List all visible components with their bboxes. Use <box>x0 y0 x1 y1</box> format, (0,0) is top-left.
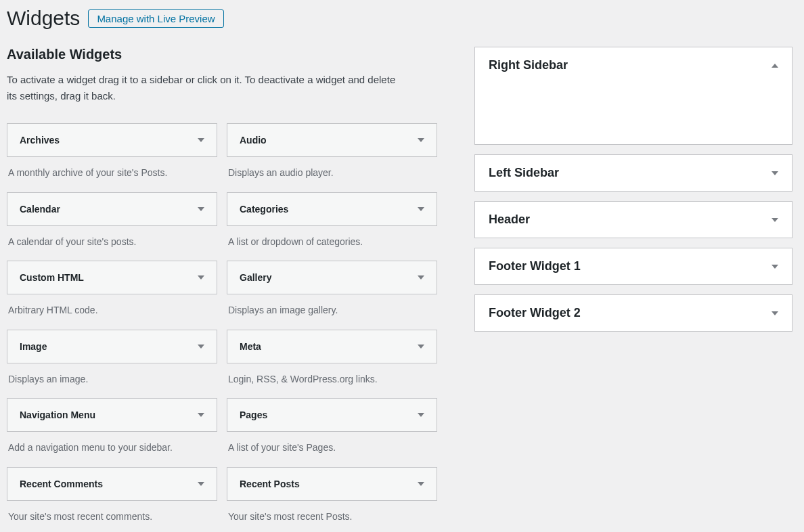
chevron-down-icon <box>418 413 424 417</box>
widget-header[interactable]: Gallery <box>227 261 437 294</box>
widget-title: Audio <box>240 135 267 146</box>
widget-header[interactable]: Archives <box>7 123 217 157</box>
sidebar-area: Footer Widget 1 <box>474 248 792 285</box>
widget-header[interactable]: Calendar <box>7 192 217 226</box>
widget-title: Categories <box>240 204 288 215</box>
widget-description: Displays an image. <box>7 363 217 399</box>
widget-description: Displays an audio player. <box>227 157 437 192</box>
widget-header[interactable]: Custom HTML <box>7 261 217 294</box>
sidebar-dropzone[interactable] <box>475 83 792 144</box>
manage-live-preview-button[interactable]: Manage with Live Preview <box>88 9 223 28</box>
sidebar-area: Right Sidebar <box>474 47 792 145</box>
chevron-down-icon <box>198 275 204 280</box>
available-widgets-heading: Available Widgets <box>7 47 437 62</box>
widget-description: A monthly archive of your site's Posts. <box>7 157 217 192</box>
sidebar-area: Header <box>474 201 792 238</box>
sidebar-title: Left Sidebar <box>489 166 559 180</box>
widget-header[interactable]: Pages <box>227 398 437 432</box>
sidebar-area: Left Sidebar <box>474 154 792 192</box>
chevron-down-icon <box>198 413 204 417</box>
widget-header[interactable]: Image <box>7 330 217 363</box>
chevron-down-icon <box>418 482 424 486</box>
chevron-down-icon <box>772 171 778 175</box>
available-widgets-help: To activate a widget drag it to a sideba… <box>7 72 399 104</box>
sidebar-header[interactable]: Footer Widget 2 <box>475 295 792 331</box>
widget-title: Image <box>20 341 47 352</box>
page-title: Widgets <box>7 7 80 30</box>
widget-item: GalleryDisplays an image gallery. <box>227 261 437 330</box>
widget-description: Displays an image gallery. <box>227 294 437 330</box>
widget-title: Pages <box>240 409 267 420</box>
chevron-down-icon <box>418 207 424 211</box>
sidebar-header[interactable]: Footer Widget 1 <box>475 248 792 284</box>
widget-description: Login, RSS, & WordPress.org links. <box>227 363 437 399</box>
widget-item: AudioDisplays an audio player. <box>227 123 437 192</box>
widget-description: Your site's most recent Posts. <box>227 501 437 532</box>
widget-description: Arbitrary HTML code. <box>7 294 217 330</box>
widget-title: Gallery <box>240 272 271 283</box>
widget-item: ArchivesA monthly archive of your site's… <box>7 123 217 192</box>
widget-item: CategoriesA list or dropdown of categori… <box>227 192 437 261</box>
widget-title: Meta <box>240 341 261 352</box>
widget-title: Recent Posts <box>240 479 300 489</box>
widget-header[interactable]: Categories <box>227 192 437 226</box>
chevron-down-icon <box>772 218 778 222</box>
widget-item: Recent PostsYour site's most recent Post… <box>227 467 437 532</box>
sidebar-title: Right Sidebar <box>489 58 568 72</box>
chevron-up-icon <box>772 64 778 68</box>
sidebar-area: Footer Widget 2 <box>474 294 792 332</box>
widget-header[interactable]: Recent Posts <box>227 467 437 501</box>
chevron-down-icon <box>772 265 778 269</box>
chevron-down-icon <box>198 345 204 349</box>
widget-item: Recent CommentsYour site's most recent c… <box>7 467 217 532</box>
widget-title: Navigation Menu <box>20 409 95 420</box>
widget-header[interactable]: Navigation Menu <box>7 398 217 432</box>
sidebar-header[interactable]: Header <box>475 202 792 238</box>
sidebar-header[interactable]: Left Sidebar <box>475 155 792 191</box>
chevron-down-icon <box>418 275 424 280</box>
widget-description: A calendar of your site's posts. <box>7 226 217 261</box>
widget-title: Archives <box>20 135 60 146</box>
widget-header[interactable]: Audio <box>227 123 437 157</box>
widget-description: Your site's most recent comments. <box>7 501 217 532</box>
sidebar-header[interactable]: Right Sidebar <box>475 47 792 83</box>
widget-header[interactable]: Recent Comments <box>7 467 217 501</box>
sidebar-title: Footer Widget 2 <box>489 306 581 320</box>
widget-description: A list of your site's Pages. <box>227 432 437 467</box>
widget-item: PagesA list of your site's Pages. <box>227 398 437 467</box>
chevron-down-icon <box>418 345 424 349</box>
chevron-down-icon <box>198 138 204 142</box>
widget-item: ImageDisplays an image. <box>7 330 217 399</box>
chevron-down-icon <box>772 311 778 315</box>
widget-item: CalendarA calendar of your site's posts. <box>7 192 217 261</box>
widget-item: Custom HTMLArbitrary HTML code. <box>7 261 217 330</box>
widget-title: Recent Comments <box>20 479 103 489</box>
chevron-down-icon <box>198 207 204 211</box>
chevron-down-icon <box>198 482 204 486</box>
sidebar-title: Header <box>489 213 530 227</box>
widget-item: MetaLogin, RSS, & WordPress.org links. <box>227 330 437 399</box>
widget-description: Add a navigation menu to your sidebar. <box>7 432 217 467</box>
chevron-down-icon <box>418 138 424 142</box>
widget-description: A list or dropdown of categories. <box>227 226 437 261</box>
widget-title: Calendar <box>20 204 60 215</box>
widget-title: Custom HTML <box>20 272 84 283</box>
widget-item: Navigation MenuAdd a navigation menu to … <box>7 398 217 467</box>
widget-header[interactable]: Meta <box>227 330 437 363</box>
sidebar-title: Footer Widget 1 <box>489 259 581 273</box>
